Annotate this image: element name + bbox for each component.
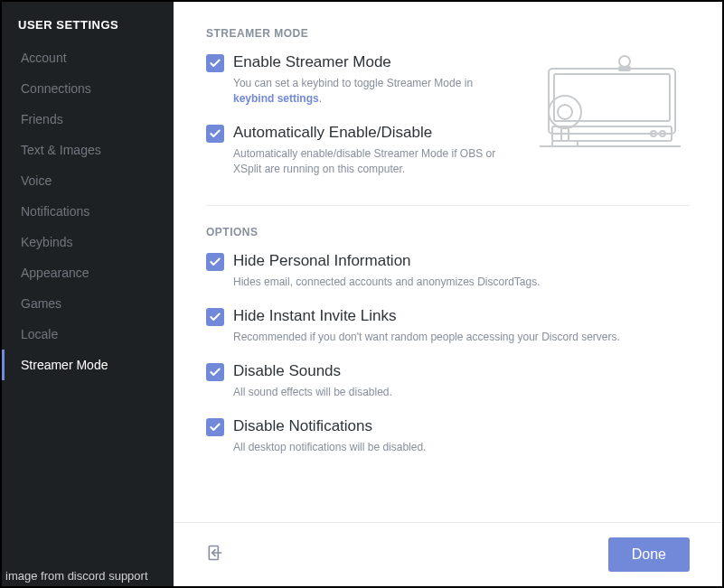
- svg-rect-7: [552, 141, 578, 146]
- sidebar-item-games[interactable]: Games: [2, 288, 174, 319]
- streamer-illustration: [522, 52, 690, 152]
- option-desc: Hides email, connected accounts and anon…: [233, 275, 690, 290]
- desc-prefix: You can set a keybind to toggle Streamer…: [233, 77, 473, 89]
- sidebar-item-label: Keybinds: [21, 235, 73, 249]
- section-header-options: OPTIONS: [206, 226, 690, 238]
- option-desc: Automatically enable/disable Streamer Mo…: [233, 146, 514, 177]
- settings-window: USER SETTINGS Account Connections Friend…: [0, 0, 724, 588]
- footer-bar: Done: [174, 522, 722, 586]
- sidebar-item-connections[interactable]: Connections: [2, 73, 174, 104]
- check-icon: [209, 256, 221, 268]
- main-panel: STREAMER MODE Enable Streamer Mode You c…: [174, 2, 722, 586]
- sidebar-item-friends[interactable]: Friends: [2, 104, 174, 135]
- option-title: Disable Notifications: [233, 416, 690, 436]
- sidebar-title: USER SETTINGS: [2, 18, 174, 42]
- option-body: Disable Notifications All desktop notifi…: [233, 416, 690, 455]
- sidebar-item-label: Locale: [21, 327, 58, 341]
- sidebar-item-streamer-mode[interactable]: Streamer Mode: [2, 350, 174, 380]
- sidebar-item-keybinds[interactable]: Keybinds: [2, 227, 174, 257]
- option-title: Hide Personal Information: [233, 251, 690, 271]
- streamer-row: Enable Streamer Mode You can set a keybi…: [206, 52, 690, 192]
- svg-point-8: [619, 56, 630, 67]
- option-body: Automatically Enable/Disable Automatical…: [233, 123, 514, 177]
- sidebar-item-notifications[interactable]: Notifications: [2, 196, 174, 227]
- sidebar-item-voice[interactable]: Voice: [2, 165, 174, 196]
- svg-rect-0: [549, 69, 675, 134]
- section-divider: [206, 205, 690, 206]
- option-title: Hide Instant Invite Links: [233, 306, 690, 326]
- checkbox-enable-streamer[interactable]: [206, 54, 224, 72]
- option-title: Disable Sounds: [233, 361, 690, 381]
- option-desc: All desktop notifications will be disabl…: [233, 440, 690, 455]
- sidebar-item-label: Games: [21, 296, 61, 311]
- section-streamer-mode: STREAMER MODE Enable Streamer Mode You c…: [206, 27, 690, 192]
- option-hide-invite: Hide Instant Invite Links Recommended if…: [206, 306, 690, 345]
- option-title: Automatically Enable/Disable: [233, 123, 514, 143]
- option-body: Hide Instant Invite Links Recommended if…: [233, 306, 690, 345]
- option-body: Disable Sounds All sound effects will be…: [233, 361, 690, 400]
- check-icon: [209, 366, 221, 378]
- checkbox-disable-notifications[interactable]: [206, 418, 224, 436]
- sidebar-item-account[interactable]: Account: [2, 42, 174, 73]
- option-hide-personal: Hide Personal Information Hides email, c…: [206, 251, 690, 290]
- option-body: Enable Streamer Mode You can set a keybi…: [233, 52, 514, 107]
- check-icon: [209, 421, 221, 434]
- sidebar-item-label: Voice: [21, 173, 52, 188]
- section-options: OPTIONS Hide Personal Information Hides …: [206, 226, 690, 455]
- sidebar: USER SETTINGS Account Connections Friend…: [2, 2, 174, 586]
- option-desc: All sound effects will be disabled.: [233, 385, 690, 400]
- checkbox-hide-personal[interactable]: [206, 253, 224, 271]
- checkbox-auto-enable[interactable]: [206, 125, 224, 143]
- checkbox-disable-sounds[interactable]: [206, 363, 224, 381]
- sidebar-item-text-images[interactable]: Text & Images: [2, 135, 174, 165]
- sidebar-item-label: Appearance: [21, 266, 89, 280]
- sidebar-item-appearance[interactable]: Appearance: [2, 257, 174, 288]
- sidebar-item-locale[interactable]: Locale: [2, 319, 174, 350]
- option-disable-sounds: Disable Sounds All sound effects will be…: [206, 361, 690, 400]
- option-title: Enable Streamer Mode: [233, 52, 514, 72]
- image-caption: image from discord support: [5, 569, 148, 583]
- option-auto-enable: Automatically Enable/Disable Automatical…: [206, 123, 514, 177]
- check-icon: [209, 127, 221, 140]
- option-desc: Recommended if you don't want random peo…: [233, 330, 690, 345]
- done-button[interactable]: Done: [608, 537, 690, 572]
- sidebar-item-label: Notifications: [21, 204, 89, 219]
- option-enable-streamer: Enable Streamer Mode You can set a keybi…: [206, 52, 514, 107]
- desc-suffix: .: [319, 92, 322, 105]
- svg-point-5: [558, 105, 572, 119]
- check-icon: [209, 57, 221, 70]
- section-header-streamer: STREAMER MODE: [206, 27, 690, 40]
- option-desc: You can set a keybind to toggle Streamer…: [233, 76, 514, 107]
- sidebar-item-label: Account: [21, 51, 67, 65]
- sidebar-item-label: Friends: [21, 112, 63, 126]
- check-icon: [209, 311, 221, 323]
- keybind-settings-link[interactable]: keybind settings: [233, 92, 319, 105]
- sidebar-item-label: Text & Images: [21, 143, 101, 157]
- sidebar-item-label: Streamer Mode: [21, 358, 108, 372]
- content-scroll: STREAMER MODE Enable Streamer Mode You c…: [174, 2, 722, 522]
- streamer-options-column: Enable Streamer Mode You can set a keybi…: [206, 52, 522, 192]
- logout-icon[interactable]: [206, 544, 224, 565]
- option-disable-notifications: Disable Notifications All desktop notifi…: [206, 416, 690, 455]
- option-body: Hide Personal Information Hides email, c…: [233, 251, 690, 290]
- sidebar-item-label: Connections: [21, 81, 91, 96]
- checkbox-hide-invite[interactable]: [206, 308, 224, 326]
